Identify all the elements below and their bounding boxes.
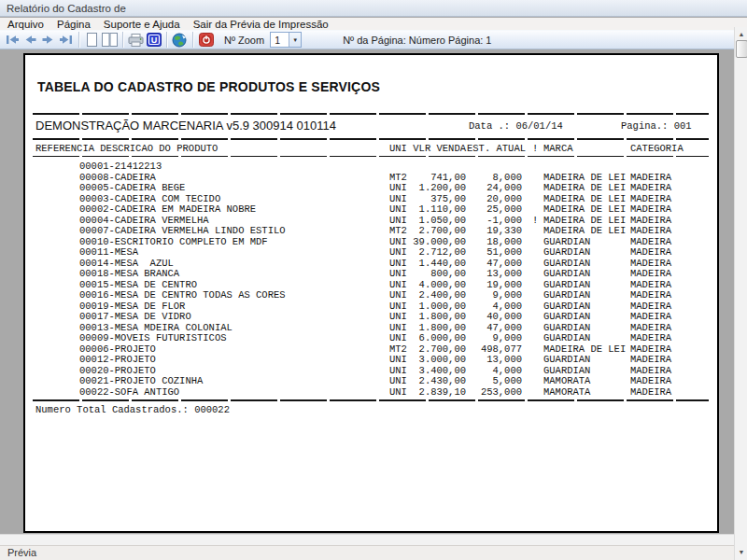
quick-report-icon: U [147,33,162,47]
cell-vlr: 2.712,00 [406,246,466,258]
report-page-number: Pagina.: 001 [621,120,692,132]
toolbar-separator [78,32,79,48]
chevron-down-icon[interactable]: ▼ [289,33,301,47]
cell-vlr: 3.400,00 [406,365,466,376]
report-title: TABELA DO CADASTRO DE PRODUTOS E SERVIÇO… [37,79,380,94]
cell-desc: 00012-PROJETO [79,354,156,365]
print-setup-button[interactable]: U [146,32,162,48]
previous-page-button[interactable] [22,32,38,48]
cell-est: 4,000 [467,301,522,312]
cell-cat: MADEIRA [630,172,671,183]
report-row: 00017-MESA DE VIDROUNI1.800,0040,000GUAR… [25,311,717,322]
report-row: 00004-CADEIRA VERMELHAUNI1.050,00-1,000!… [25,215,717,226]
scroll-down-icon[interactable]: ▼ [735,545,747,558]
cell-vlr: 1.200,00 [406,182,466,193]
horizontal-scrollbar[interactable] [0,534,734,545]
cell-desc: 00007-CADEIRA VERMELHA LINDO ESTILO [79,225,286,236]
last-page-icon [59,35,73,45]
cell-marca: MADEIRA DE LEI [543,193,626,204]
menu-suporte-e-ajuda[interactable]: Suporte e Ajuda [104,19,180,30]
cell-desc: 00013-MESA MDEIRA COLONIAL [79,322,233,333]
cell-cat: MADEIRA [630,268,671,279]
menu-sair-da-previa[interactable]: Sair da Prévia de Impressão [193,19,329,30]
exit-preview-button[interactable] [198,32,214,48]
first-page-button[interactable] [5,32,21,48]
last-page-button[interactable] [58,32,74,48]
two-page-view-button[interactable] [102,32,118,48]
cell-uni: UNI [389,246,407,258]
divider [33,156,709,157]
report-row: 00018-MESA BRANCAUNI800,0013,000GUARDIAN… [25,268,717,279]
single-page-view-button[interactable] [84,32,100,48]
cell-uni: UNI [389,301,407,312]
next-page-icon [41,35,55,45]
title-bar: Relatório do Cadastro de [0,0,747,17]
report-row: 00003-CADEIRA COM TECIDOUNI375,0020,000M… [25,193,717,204]
cell-marca: GUARDIAN [543,258,590,269]
report-row: 00021-PROJETO COZINHAUNI2.430,005,000MAM… [25,375,717,386]
cell-desc: 00002-CADEIRA EM MADEIRA NOBRE [79,203,256,215]
status-bar: Prévia [0,545,734,560]
vertical-scrollbar[interactable]: ▲ ▼ [734,27,747,560]
cell-est: 9,000 [467,332,522,343]
cell-desc: 00005-CADEIRA BEGE [79,182,185,193]
cell-est: -1,000 [467,215,522,226]
cell-desc: 00003-CADEIRA COM TECIDO [79,193,220,204]
cell-uni: UNI [389,354,407,365]
globe-icon [172,33,188,48]
cell-cat: MADEIRA [630,203,671,215]
cell-est: 19,330 [467,225,522,236]
scroll-up-icon[interactable]: ▲ [735,27,747,40]
cell-marca: MADEIRA DE LEI [543,203,626,215]
menu-bar: Arquivo Página Suporte e Ajuda Sair da P… [0,18,747,30]
next-page-button[interactable] [40,32,56,48]
cell-uni: UNI [389,182,407,193]
report-page: TABELA DO CADASTRO DE PRODUTOS E SERVIÇO… [23,53,719,533]
cell-marca: GUARDIAN [543,236,590,247]
cell-desc: 00006-PROJETO [79,343,156,355]
cell-cat: MADEIRA [630,289,671,301]
cell-vlr: 6.000,00 [406,332,466,343]
cell-est: 4,000 [467,365,522,376]
scrollbar-thumb[interactable] [736,40,747,58]
zoom-select[interactable]: 1 ▼ [270,32,302,48]
single-page-icon [86,33,98,47]
cell-est: 13,000 [467,268,522,279]
menu-arquivo[interactable]: Arquivo [7,19,44,30]
report-row: 00008-CADEIRAMT2741,008,000MADEIRA DE LE… [25,172,717,183]
column-header-categoria: CATEGORIA [630,143,684,154]
cell-marca: MADEIRA DE LEI [543,172,626,183]
cell-desc: 00004-CADEIRA VERMELHA [79,215,209,226]
cell-uni: UNI [389,365,407,376]
cell-est: 24,000 [467,182,522,193]
cell-vlr: 800,00 [406,268,466,279]
cell-marca: GUARDIAN [543,279,590,290]
preview-area[interactable]: TABELA DO CADASTRO DE PRODUTOS E SERVIÇO… [0,50,734,534]
cell-cat: MADEIRA [630,215,671,226]
cell-vlr: 1.000,00 [406,301,466,312]
cell-vlr: 1.800,00 [406,311,466,322]
cell-uni: UNI [389,311,407,322]
menu-pagina[interactable]: Página [57,19,91,30]
print-button[interactable] [128,32,144,48]
cell-marca: GUARDIAN [543,311,590,322]
cell-est: 13,000 [467,354,522,365]
cell-desc: 00015-MESA DE CENTRO [79,279,197,290]
zoom-label: Nº Zoom [224,35,264,46]
report-row: 00015-MESA DE CENTROUNI4.000,0019,000GUA… [25,279,717,290]
report-row: 00010-ESCRITORIO COMPLETO EM MDFUNI39.00… [25,236,717,247]
cell-est: 498,077 [467,343,522,355]
cell-vlr: 1.110,00 [406,203,466,215]
column-header-referencia: REFERENCIA DESCRICAO DO PRODUTO [35,143,218,154]
cell-desc: 00019-MESA DE FLOR [79,301,185,312]
cell-est: 19,000 [467,279,522,290]
report-row: 00007-CADEIRA VERMELHA LINDO ESTILOMT22.… [25,225,717,236]
report-row: 00016-MESA DE CENTRO TODAS AS CORESUNI2.… [25,289,717,301]
cell-marca: GUARDIAN [543,332,590,343]
website-button[interactable] [172,32,188,48]
cell-est: 20,000 [467,193,522,204]
cell-cat: MADEIRA [630,386,671,398]
cell-uni: UNI [389,268,407,279]
cell-cat: MADEIRA [630,332,671,343]
cell-vlr: 2.700,00 [406,225,466,236]
